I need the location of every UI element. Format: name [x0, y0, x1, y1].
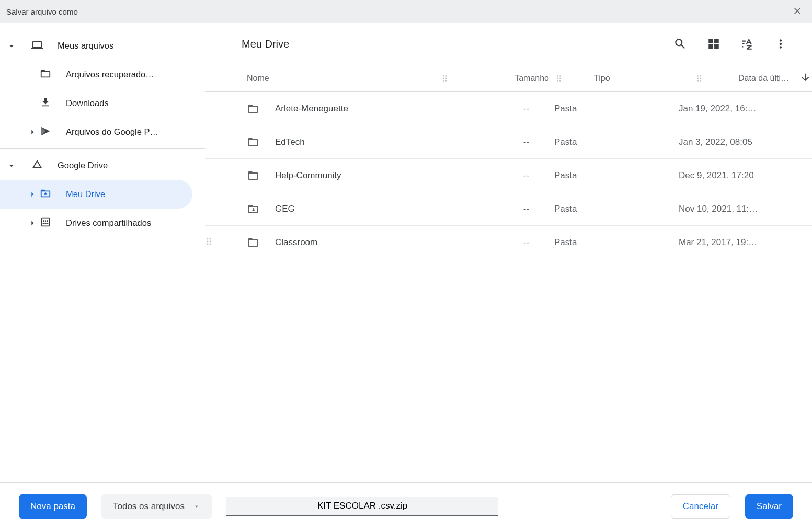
table-row[interactable]: GEG--PastaNov 10, 2021, 11:… — [205, 192, 812, 226]
dialog-title: Salvar arquivo como — [6, 7, 78, 16]
folder-icon — [247, 169, 259, 182]
file-name: GEG — [275, 204, 295, 214]
table-row[interactable]: Arlete-Meneguette--PastaJan 19, 2022, 16… — [205, 92, 812, 125]
cell-date: Jan 19, 2022, 16:… — [649, 103, 812, 114]
column-header-name[interactable]: Nome — [205, 74, 435, 83]
save-label: Salvar — [757, 501, 782, 512]
column-header-type[interactable]: Tipo — [569, 74, 689, 83]
filename-input[interactable] — [226, 497, 498, 516]
column-header-size-label: Tamanho — [514, 74, 549, 83]
filetype-label: Todos os arquivos — [113, 501, 185, 512]
cell-date: Nov 10, 2021, 11:… — [649, 204, 812, 214]
column-header-name-label: Nome — [247, 74, 269, 83]
cell-name: GEG — [205, 203, 435, 215]
sort-descending-icon — [799, 72, 811, 85]
cell-type: Pasta — [529, 204, 649, 214]
google-play-icon — [40, 125, 51, 139]
folder-icon — [247, 236, 259, 249]
table-row[interactable]: Help-Community--PastaDec 9, 2021, 17:20 — [205, 159, 812, 192]
cell-size: -- — [435, 170, 529, 181]
column-header-date-label: Data da últi… — [738, 74, 789, 83]
column-resize-handle[interactable] — [556, 74, 562, 83]
cell-date: Mar 21, 2017, 19:… — [649, 237, 812, 248]
sidebar-label-my-files: Meus arquivos — [58, 41, 113, 51]
file-name: Classroom — [275, 237, 317, 248]
folder-icon — [40, 68, 51, 82]
cell-size: -- — [435, 237, 529, 248]
cell-date: Dec 9, 2021, 17:20 — [649, 170, 812, 181]
sidebar-item-google-drive[interactable]: Google Drive — [0, 151, 205, 180]
cancel-button[interactable]: Cancelar — [671, 494, 730, 519]
cell-size: -- — [435, 103, 529, 114]
sidebar-item-play-files[interactable]: Arquivos do Google P… — [0, 118, 205, 146]
column-resize-handle[interactable] — [696, 74, 702, 83]
dropdown-caret-icon — [193, 503, 200, 510]
cell-size: -- — [435, 137, 529, 147]
drive-folder-icon — [40, 188, 51, 201]
file-list: Arlete-Meneguette--PastaJan 19, 2022, 16… — [205, 92, 812, 482]
search-icon — [673, 37, 687, 51]
sidebar-label-shared-drives: Drives compartilhados — [66, 218, 151, 228]
column-resize-handle[interactable] — [442, 74, 448, 83]
sidebar-item-my-files[interactable]: Meus arquivos — [0, 31, 205, 60]
more-options-button[interactable] — [764, 27, 797, 61]
resize-handle-icon[interactable] — [206, 237, 212, 248]
dialog-titlebar: Salvar arquivo como — [0, 0, 812, 23]
file-name: EdTech — [275, 137, 305, 147]
file-name: Arlete-Meneguette — [275, 103, 348, 114]
sidebar-label-recovered: Arquivos recuperado… — [66, 70, 154, 79]
sidebar-label-play: Arquivos do Google P… — [66, 127, 158, 137]
chevron-down-icon — [6, 41, 17, 51]
file-browser-main: Meu Drive Nome Tamanho Tipo Data da ú — [205, 23, 812, 482]
cell-size: -- — [435, 204, 529, 214]
column-headers: Nome Tamanho Tipo Data da últi… — [205, 65, 812, 92]
sort-button[interactable] — [730, 27, 764, 61]
cell-name: Classroom — [205, 236, 435, 249]
cell-type: Pasta — [529, 237, 649, 248]
chevron-right-icon — [27, 218, 38, 228]
sidebar-label-gdrive: Google Drive — [58, 160, 108, 170]
toolbar — [664, 27, 797, 61]
file-name: Help-Community — [275, 170, 341, 181]
cancel-label: Cancelar — [683, 501, 718, 512]
grid-view-button[interactable] — [697, 27, 730, 61]
search-button[interactable] — [664, 27, 697, 61]
sidebar-label-downloads: Downloads — [66, 98, 109, 108]
column-header-date[interactable]: Data da últi… — [709, 72, 812, 85]
table-row[interactable]: EdTech--PastaJan 3, 2022, 08:05 — [205, 125, 812, 159]
more-vert-icon — [774, 37, 787, 51]
grid-icon — [707, 37, 720, 51]
sort-az-icon — [740, 37, 754, 51]
dialog-footer: Nova pasta Todos os arquivos Cancelar Sa… — [0, 483, 812, 530]
cell-type: Pasta — [529, 170, 649, 181]
cell-type: Pasta — [529, 137, 649, 147]
column-header-size[interactable]: Tamanho — [455, 74, 549, 83]
cell-type: Pasta — [529, 103, 649, 114]
cell-name: Help-Community — [205, 169, 435, 182]
main-header: Meu Drive — [205, 23, 812, 65]
sidebar-item-recovered-files[interactable]: Arquivos recuperado… — [0, 60, 205, 89]
dialog-body: Meus arquivos Arquivos recuperado… Downl… — [0, 23, 812, 483]
filetype-dropdown[interactable]: Todos os arquivos — [101, 494, 212, 519]
chevron-down-icon — [6, 160, 17, 171]
sidebar-item-downloads[interactable]: Downloads — [0, 89, 205, 118]
breadcrumb-current: Meu Drive — [242, 38, 289, 50]
column-header-type-label: Tipo — [594, 74, 610, 83]
close-icon — [792, 6, 803, 16]
chevron-right-icon — [27, 127, 38, 137]
folder-shared-icon — [247, 203, 259, 215]
shared-drive-icon — [40, 216, 51, 230]
google-drive-icon — [31, 159, 43, 172]
sidebar-label-my-drive: Meu Drive — [66, 189, 105, 199]
new-folder-label: Nova pasta — [30, 501, 75, 512]
save-button[interactable]: Salvar — [745, 494, 793, 519]
close-button[interactable] — [789, 3, 806, 21]
laptop-icon — [31, 39, 43, 53]
sidebar-separator — [0, 148, 205, 149]
new-folder-button[interactable]: Nova pasta — [19, 494, 87, 519]
chevron-right-icon — [27, 189, 38, 200]
folder-icon — [247, 102, 259, 115]
sidebar-item-my-drive[interactable]: Meu Drive — [0, 180, 192, 209]
table-row[interactable]: Classroom--PastaMar 21, 2017, 19:… — [205, 226, 812, 259]
sidebar-item-shared-drives[interactable]: Drives compartilhados — [0, 209, 205, 237]
